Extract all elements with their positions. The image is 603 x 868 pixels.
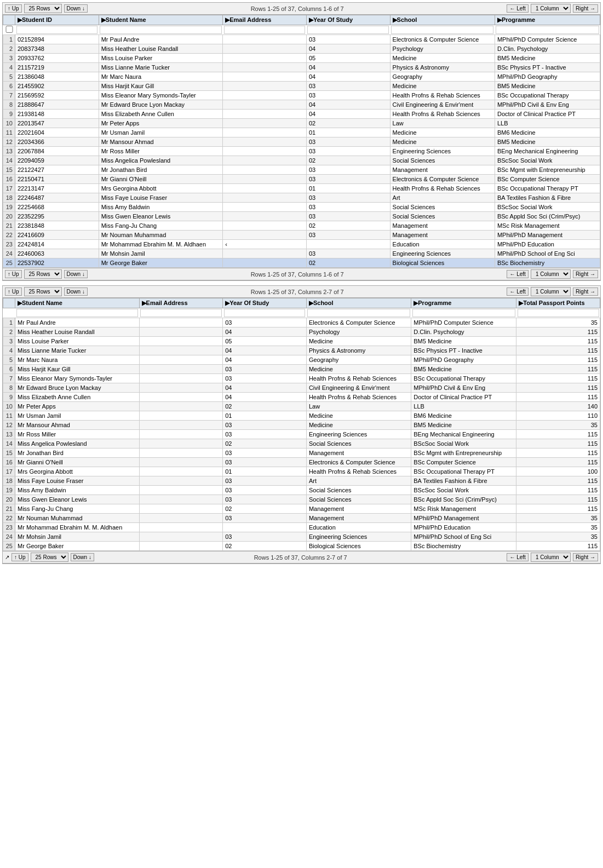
table2-row[interactable]: 7 Miss Eleanor Mary Symonds-Tayler 03 He… [3,374,600,383]
table1-bottom-left-button[interactable]: ← Left [507,270,528,278]
table2-row[interactable]: 22 Mr Nouman Muhammad 03 Management MPhi… [3,514,600,523]
table2-bottom-right-button[interactable]: Right → [573,553,598,561]
table2-row[interactable]: 10 Mr Peter Apps 02 Law LLB 140 [3,402,600,411]
table2-row[interactable]: 18 Miss Faye Louise Fraser 03 Art BA Tex… [3,476,600,486]
table2-bottom-up-button[interactable]: ↑ Up [12,553,28,561]
table2-rows-select[interactable]: 25 Rows [24,287,62,296]
table1-right-button[interactable]: Right → [573,4,598,13]
table1-row[interactable]: 13 22067884 Mr Ross Miller 03 Engineerin… [3,147,600,156]
table1-row[interactable]: 20 22352295 Miss Gwen Eleanor Lewis 03 S… [3,212,600,221]
table2-row[interactable]: 8 Mr Edward Bruce Lyon Mackay 04 Civil E… [3,383,600,393]
table1-row[interactable]: 19 22254668 Miss Amy Baldwin 03 Social S… [3,203,600,212]
table1-col-year[interactable]: ▶Year Of Study [306,15,390,25]
table1-left-button[interactable]: ← Left [507,4,528,13]
table2-col-points[interactable]: ▶Total Passport Points [516,298,600,308]
table1-filter-email-input[interactable] [224,26,306,34]
table2-row[interactable]: 21 Miss Fang-Ju Chang 02 Management MSc … [3,504,600,514]
table1-down-button[interactable]: Down ↓ [64,4,88,13]
table2-row[interactable]: 16 Mr Gianni O'Neill 03 Electronics & Co… [3,458,600,467]
table2-filter-year-input[interactable] [224,309,306,317]
table2-bottom-left-button[interactable]: ← Left [507,553,528,561]
table2-row[interactable]: 25 Mr George Baker 02 Biological Science… [3,542,600,551]
table1-row[interactable]: 12 22034366 Mr Mansour Ahmad 03 Medicine… [3,137,600,147]
table2-row[interactable]: 13 Mr Ross Miller 03 Engineering Science… [3,430,600,439]
table2-row[interactable]: 5 Mr Marc Naura 04 Geography MPhil/PhD G… [3,355,600,365]
table2-col-school[interactable]: ▶School [306,298,411,308]
table2-col-email[interactable]: ▶Email Address [139,298,223,308]
table1-col-school[interactable]: ▶School [390,15,495,25]
table2-left-button[interactable]: ← Left [507,288,528,296]
table1-row[interactable]: 23 22424814 Mr Mohammad Ebrahim M. M. Al… [3,240,600,249]
table2-col-year[interactable]: ▶Year Of Study [223,298,307,308]
table1-filter-school-input[interactable] [391,26,493,34]
table1-row[interactable]: 11 22021604 Mr Usman Jamil 01 Medicine B… [3,128,600,137]
table2-col-programme[interactable]: ▶Programme [411,298,516,308]
table1-row[interactable]: 15 22122427 Mr Jonathan Bird 03 Manageme… [3,165,600,175]
table2-filter-points-input[interactable] [518,309,599,317]
table1-row[interactable]: 14 22094059 Miss Angelica Powlesland 02 … [3,156,600,165]
table1-col-email[interactable]: ▶Email Address [223,15,307,25]
table2-row[interactable]: 24 Mr Mohsin Jamil 03 Engineering Scienc… [3,532,600,542]
table1-row[interactable]: 17 22213147 Mrs Georgina Abbott 01 Healt… [3,184,600,193]
table2-down-button[interactable]: Down ↓ [64,288,88,296]
table1-row[interactable]: 8 21888647 Mr Edward Bruce Lyon Mackay 0… [3,100,600,110]
table1-filter-prog-input[interactable] [496,26,599,34]
table2-column-select[interactable]: 1 Column [531,287,571,296]
table2-row[interactable]: 19 Miss Amy Baldwin 03 Social Sciences B… [3,486,600,495]
table1-bottom-down-button[interactable]: Down ↓ [64,270,88,278]
table1-filter-year-input[interactable] [307,26,389,34]
table2-row[interactable]: 1 Mr Paul Andre 03 Electronics & Compute… [3,318,600,327]
table2-row[interactable]: 17 Mrs Georgina Abbott 01 Health Profns … [3,467,600,476]
table1-row[interactable]: 24 22460063 Mr Mohsin Jamil 03 Engineeri… [3,249,600,258]
table1-row[interactable]: 3 20933762 Miss Louise Parker 05 Medicin… [3,54,600,63]
table2-row[interactable]: 4 Miss Lianne Marie Tucker 04 Physics & … [3,346,600,355]
table1-col-studentid[interactable]: ▶Student ID [15,15,99,25]
table1-row[interactable]: 7 21569592 Miss Eleanor Mary Symonds-Tay… [3,91,600,100]
table1-col-studentname[interactable]: ▶Student Name [99,15,223,25]
table2-row[interactable]: 20 Miss Gwen Eleanor Lewis 03 Social Sci… [3,495,600,504]
table1-row[interactable]: 16 22150471 Mr Gianni O'Neill 03 Electro… [3,175,600,184]
table2-filter-email-input[interactable] [140,309,222,317]
table2-row[interactable]: 11 Mr Usman Jamil 01 Medicine BM6 Medici… [3,411,600,421]
table1-row[interactable]: 18 22246487 Miss Faye Louise Fraser 03 A… [3,193,600,203]
table2-row[interactable]: 9 Miss Elizabeth Anne Cullen 04 Health P… [3,393,600,402]
table1-column-select[interactable]: 1 Column [531,4,571,13]
table2-bottom-down-button[interactable]: Down ↓ [71,553,94,561]
table2-filter-prog-input[interactable] [412,309,515,317]
table2-bottom-col-select[interactable]: 1 Column [531,553,571,562]
table1-row[interactable]: 1 02152894 Mr Paul Andre 03 Electronics … [3,35,600,44]
table1-bottom-col-select[interactable]: 1 Column [531,269,571,279]
table1-bottom-rows-select[interactable]: 25 Rows [24,269,62,279]
table1-up-button[interactable]: ↑ Up [5,4,22,13]
table1-bottom-right-button[interactable]: Right → [573,270,598,278]
table2-row[interactable]: 12 Mr Mansour Ahmad 03 Medicine BM5 Medi… [3,421,600,430]
table1-row[interactable]: 21 22381848 Miss Fang-Ju Chang 02 Manage… [3,221,600,231]
table2-filter-school-input[interactable] [307,309,410,317]
table1-row[interactable]: 6 21455902 Miss Harjit Kaur Gill 03 Medi… [3,82,600,91]
table1-bottom-up-button[interactable]: ↑ Up [5,270,22,278]
table2-row[interactable]: 6 Miss Harjit Kaur Gill 03 Medicine BM5 … [3,365,600,374]
table1-select-all[interactable] [4,26,14,33]
table2-row[interactable]: 23 Mr Mohammad Ebrahim M. M. Aldhaen Edu… [3,523,600,532]
table1-filter-id-input[interactable] [16,26,98,34]
table1-filter-name-input[interactable] [100,26,222,34]
table2-filter-name-input[interactable] [16,309,139,317]
table1-rows-select[interactable]: 25 Rows 10 Rows 50 Rows [24,4,62,13]
table2-row[interactable]: 14 Miss Angelica Powlesland 02 Social Sc… [3,439,600,449]
table2-bottom-rows-select[interactable]: 25 Rows [31,553,68,562]
table1-row[interactable]: 9 21938148 Miss Elizabeth Anne Cullen 04… [3,110,600,119]
table2-right-button[interactable]: Right → [573,288,598,296]
table1-row[interactable]: 22 22416609 Mr Nouman Muhammad 03 Manage… [3,231,600,240]
table1-row[interactable]: 25 22537902 Mr George Baker 02 Biologica… [3,258,600,268]
table2-col-studentname[interactable]: ▶Student Name [15,298,140,308]
table2-up-button[interactable]: ↑ Up [5,288,22,296]
table2-row[interactable]: 15 Mr Jonathan Bird 03 Management BSc Mg… [3,449,600,458]
table1-row[interactable]: 10 22013547 Mr Peter Apps 02 Law LLB [3,119,600,128]
table1-col-programme[interactable]: ▶Programme [495,15,600,25]
table1-row[interactable]: 2 20837348 Miss Heather Louise Randall 0… [3,44,600,54]
table2-row-points: 140 [516,402,600,411]
table2-row[interactable]: 2 Miss Heather Louise Randall 04 Psychol… [3,327,600,337]
table2-row[interactable]: 3 Miss Louise Parker 05 Medicine BM5 Med… [3,337,600,346]
table1-row[interactable]: 4 21157219 Miss Lianne Marie Tucker 04 P… [3,63,600,72]
table1-row[interactable]: 5 21386048 Mr Marc Naura 04 Geography MP… [3,72,600,82]
